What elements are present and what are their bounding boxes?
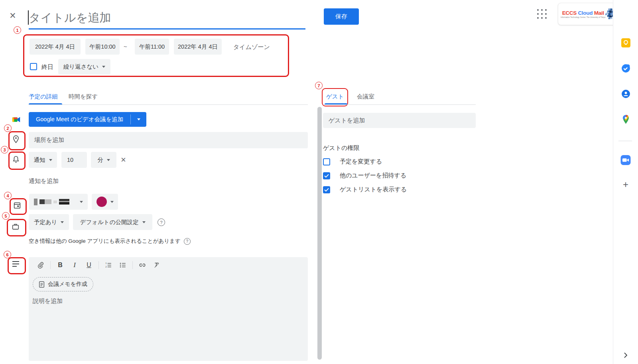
notification-unit-dropdown[interactable]: 分 bbox=[91, 152, 116, 168]
annotation-1: 1 bbox=[14, 26, 21, 34]
document-icon bbox=[39, 281, 45, 288]
start-date-button[interactable]: 2022年 4月 4日 bbox=[30, 39, 81, 55]
add-meet-button[interactable]: Google Meet のビデオ会議を追加 bbox=[29, 112, 146, 127]
annotation-5: 5 bbox=[2, 212, 10, 220]
annotation-6: 6 bbox=[4, 251, 11, 258]
italic-icon[interactable]: I bbox=[70, 260, 79, 270]
annotation-7: 7 bbox=[315, 82, 323, 89]
google-contacts-icon[interactable] bbox=[620, 89, 631, 99]
save-button[interactable]: 保存 bbox=[324, 8, 359, 25]
permission-label: ゲストリストを表示する bbox=[340, 186, 407, 193]
svg-text:1: 1 bbox=[106, 262, 107, 264]
permission-row: 予定を変更する bbox=[323, 158, 382, 165]
visibility-dropdown[interactable]: デフォルトの公開設定 bbox=[73, 214, 152, 230]
chevron-down-icon bbox=[61, 221, 64, 223]
insert-link-icon[interactable] bbox=[138, 260, 147, 270]
title-placeholder: タイトルを追加 bbox=[29, 8, 305, 27]
end-date-button[interactable]: 2022年 4月 4日 bbox=[174, 39, 222, 55]
location-input[interactable]: 場所を追加 bbox=[29, 132, 308, 148]
google-apps-grid-icon[interactable] bbox=[536, 8, 548, 20]
tab-rooms[interactable]: 会議室 bbox=[357, 93, 374, 100]
redacted-calendar-name bbox=[34, 199, 69, 205]
calendar-select-dropdown[interactable] bbox=[29, 194, 88, 210]
notification-type-dropdown[interactable]: 通知 bbox=[29, 152, 57, 168]
logo-subtitle: Information Technology Center, The Unive… bbox=[561, 16, 605, 18]
permission-row: ゲストリストを表示する bbox=[323, 186, 407, 193]
text-cursor bbox=[28, 10, 29, 25]
close-icon[interactable]: × bbox=[10, 10, 16, 21]
add-guests-input[interactable]: ゲストを追加 bbox=[323, 113, 476, 128]
create-meeting-notes-button[interactable]: 会議メモを作成 bbox=[33, 277, 93, 291]
briefcase-icon bbox=[11, 222, 20, 233]
google-meet-icon bbox=[12, 115, 21, 126]
all-day-label: 終日 bbox=[41, 63, 53, 71]
eccs-cloud-mail-logo: ECCS Cloud Mail Information Technology C… bbox=[558, 3, 618, 25]
tabs-divider bbox=[29, 104, 308, 105]
bulleted-list-icon[interactable] bbox=[118, 260, 128, 270]
svg-text:2: 2 bbox=[106, 266, 107, 268]
timezone-link[interactable]: タイムゾーン bbox=[233, 43, 270, 51]
description-editor[interactable] bbox=[29, 257, 308, 361]
chevron-down-icon bbox=[107, 159, 110, 161]
description-placeholder: 説明を追加 bbox=[33, 297, 63, 305]
remove-notification-icon[interactable]: × bbox=[121, 155, 126, 164]
meet-options-dropdown[interactable] bbox=[131, 112, 146, 127]
chevron-down-icon bbox=[80, 201, 83, 203]
availability-help-icon[interactable]: ? bbox=[184, 238, 191, 245]
tab-guests[interactable]: ゲスト bbox=[326, 93, 344, 100]
chevron-down-icon bbox=[102, 66, 105, 68]
guest-permissions-title: ゲストの権限 bbox=[323, 144, 359, 152]
permission-label: 予定を変更する bbox=[340, 158, 382, 165]
google-maps-icon[interactable] bbox=[620, 114, 631, 124]
modify-event-checkbox[interactable] bbox=[323, 158, 330, 165]
chevron-down-icon bbox=[110, 201, 114, 203]
bell-icon bbox=[12, 155, 20, 166]
title-input[interactable]: タイトルを追加 bbox=[29, 8, 305, 27]
recurrence-dropdown[interactable]: 繰り返さない bbox=[58, 59, 110, 75]
busy-status-dropdown[interactable]: 予定あり bbox=[29, 214, 69, 230]
chevron-down-icon bbox=[137, 118, 140, 120]
add-notification-link[interactable]: 通知を追加 bbox=[29, 177, 59, 185]
guest-tabs-divider bbox=[323, 104, 476, 105]
time-range-tilde: ~ bbox=[124, 43, 127, 50]
tab-find-time[interactable]: 時間を探す bbox=[69, 93, 98, 100]
title-underline bbox=[29, 28, 305, 30]
location-pin-icon bbox=[12, 134, 20, 146]
annotation-3: 3 bbox=[1, 146, 8, 153]
location-placeholder: 場所を追加 bbox=[34, 136, 64, 144]
permission-row: 他のユーザーを招待する bbox=[323, 172, 406, 179]
description-icon bbox=[12, 261, 19, 267]
tab-event-details[interactable]: 予定の詳細 bbox=[29, 93, 58, 100]
bold-icon[interactable]: B bbox=[55, 260, 65, 270]
permission-label: 他のユーザーを招待する bbox=[340, 172, 406, 179]
event-color-dropdown[interactable] bbox=[92, 194, 118, 210]
active-tab-underline bbox=[29, 103, 62, 104]
guests-active-underline bbox=[325, 103, 347, 104]
availability-note: 空き情報は他の Google アプリにも表示されることがあります ? bbox=[29, 238, 191, 245]
side-panel-divider bbox=[618, 141, 632, 141]
numbered-list-icon[interactable]: 12 bbox=[104, 260, 113, 270]
chevron-right-icon[interactable] bbox=[620, 350, 631, 360]
google-tasks-icon[interactable] bbox=[620, 63, 631, 73]
underline-icon[interactable]: U bbox=[84, 260, 94, 270]
zoom-app-icon[interactable] bbox=[620, 155, 631, 165]
google-keep-icon[interactable] bbox=[620, 37, 631, 48]
invite-others-checkbox[interactable] bbox=[323, 172, 330, 179]
logo-title: ECCS Cloud Mail bbox=[561, 10, 605, 16]
get-add-ons-icon[interactable]: + bbox=[620, 179, 631, 190]
add-meet-label: Google Meet のビデオ会議を追加 bbox=[29, 112, 130, 127]
add-guests-placeholder: ゲストを追加 bbox=[329, 117, 365, 124]
notification-minutes-input[interactable]: 10 bbox=[61, 152, 87, 168]
annotation-2: 2 bbox=[4, 124, 12, 132]
see-guest-list-checkbox[interactable] bbox=[323, 186, 330, 193]
all-day-checkbox[interactable] bbox=[30, 63, 37, 70]
description-toolbar: B I U 12 bbox=[36, 260, 161, 270]
start-time-button[interactable]: 午前10:00 bbox=[85, 39, 120, 55]
annotation-4: 4 bbox=[4, 192, 12, 199]
scrollbar-thumb[interactable] bbox=[317, 107, 322, 360]
clear-formatting-icon[interactable] bbox=[152, 260, 161, 270]
chevron-down-icon bbox=[142, 221, 146, 223]
end-time-button[interactable]: 午前11:00 bbox=[135, 39, 169, 55]
attachment-icon[interactable] bbox=[36, 260, 45, 270]
visibility-help-icon[interactable]: ? bbox=[158, 218, 165, 226]
